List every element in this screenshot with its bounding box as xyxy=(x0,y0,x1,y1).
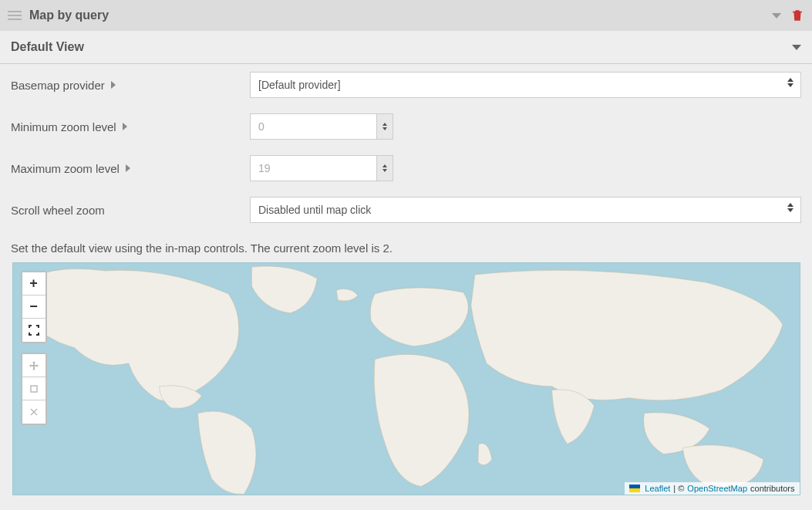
select-caret-icon xyxy=(787,78,793,87)
section-default-view: Basemap provider [Default provider] Mini… xyxy=(0,64,812,495)
fullscreen-button[interactable] xyxy=(22,319,45,342)
select-value: Disabled until map click xyxy=(258,204,371,216)
attrib-sep: | © xyxy=(673,484,684,493)
draw-rect-button[interactable] xyxy=(22,377,45,400)
trash-icon[interactable] xyxy=(790,8,804,23)
spinner-buttons[interactable] xyxy=(376,155,393,181)
input-value: 19 xyxy=(258,162,271,174)
field-scroll-wheel: Scroll wheel zoom Disabled until map cli… xyxy=(11,189,801,231)
label-text: Scroll wheel zoom xyxy=(11,204,105,217)
attrib-tail: contributors xyxy=(750,484,794,493)
draw-marker-button[interactable] xyxy=(22,354,45,377)
chevron-right-icon[interactable] xyxy=(126,164,130,172)
select-value: [Default provider] xyxy=(258,79,341,91)
section-header-default-view[interactable]: Default View xyxy=(0,31,812,64)
section-header-wms-overlays[interactable]: WMS Overlays xyxy=(0,500,812,510)
section-title: Default View xyxy=(11,40,84,54)
chevron-down-icon[interactable] xyxy=(772,13,781,19)
map[interactable]: + − xyxy=(12,262,800,495)
osm-link[interactable]: OpenStreetMap xyxy=(687,484,747,493)
map-tiles xyxy=(13,263,800,495)
help-text: Set the default view using the in-map co… xyxy=(11,231,801,262)
ukraine-flag-icon xyxy=(629,485,640,492)
panel-title: Map by query xyxy=(29,8,764,22)
min-zoom-input[interactable]: 0 xyxy=(250,113,393,140)
scroll-wheel-select[interactable]: Disabled until map click xyxy=(250,197,801,223)
field-max-zoom: Maximum zoom level 19 xyxy=(11,147,801,189)
field-label-max-zoom: Maximum zoom level xyxy=(11,162,234,175)
label-text: Minimum zoom level xyxy=(11,120,116,133)
max-zoom-input[interactable]: 19 xyxy=(250,155,393,181)
label-text: Maximum zoom level xyxy=(11,162,120,175)
fullscreen-icon xyxy=(29,325,39,336)
map-attribution: Leaflet | © OpenStreetMap contributors xyxy=(625,482,799,495)
basemap-select[interactable]: [Default provider] xyxy=(250,72,801,98)
drag-handle-icon[interactable] xyxy=(8,11,22,20)
svg-rect-1 xyxy=(31,386,37,392)
panel-header: Map by query xyxy=(0,0,812,31)
zoom-out-button[interactable]: − xyxy=(22,296,45,319)
field-min-zoom: Minimum zoom level 0 xyxy=(11,106,801,147)
field-label-scroll-wheel: Scroll wheel zoom xyxy=(11,204,234,217)
zoom-in-button[interactable]: + xyxy=(22,272,45,296)
map-controls: + − xyxy=(21,271,47,425)
chevron-right-icon[interactable] xyxy=(123,123,127,130)
input-value: 0 xyxy=(258,120,264,133)
draw-delete-button[interactable] xyxy=(22,400,45,424)
zoom-control-group: + − xyxy=(21,271,47,343)
chevron-down-icon xyxy=(792,45,801,50)
panel-header-actions xyxy=(772,8,804,23)
field-basemap: Basemap provider [Default provider] xyxy=(11,64,801,106)
field-label-basemap: Basemap provider xyxy=(11,79,234,92)
label-text: Basemap provider xyxy=(11,79,105,92)
square-icon xyxy=(29,384,39,393)
spinner-buttons[interactable] xyxy=(376,113,393,140)
move-icon xyxy=(29,361,39,370)
chevron-right-icon[interactable] xyxy=(111,81,116,89)
leaflet-link[interactable]: Leaflet xyxy=(645,484,670,493)
field-label-min-zoom: Minimum zoom level xyxy=(11,120,234,133)
select-caret-icon xyxy=(787,203,793,212)
draw-control-group xyxy=(21,353,47,425)
close-icon xyxy=(29,407,39,417)
